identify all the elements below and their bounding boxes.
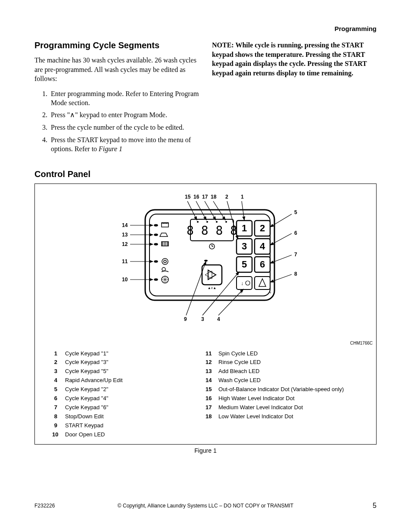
legend-number: 18 <box>206 413 218 420</box>
legend-text: Medium Water Level Indicator Dot <box>218 404 359 411</box>
svg-line-77 <box>270 255 292 263</box>
svg-point-4 <box>206 221 208 223</box>
svg-point-6 <box>225 221 227 223</box>
legend-left-col: 1Cycle Keypad "1"2Cycle Keypad "3"3Cycle… <box>52 350 206 440</box>
svg-text:17: 17 <box>202 194 208 200</box>
legend-row: 17Medium Water Level Indicator Dot <box>206 404 359 411</box>
legend-text: Low Water Level Indicator Dot <box>218 413 359 420</box>
legend-text: Cycle Keypad "3" <box>65 359 206 366</box>
legend-number: 5 <box>52 386 65 393</box>
legend-text: Stop/Down Edit <box>65 413 206 420</box>
legend-row: 12Rinse Cycle LED <box>206 359 359 366</box>
figure-ref: Figure 1 <box>99 145 122 152</box>
svg-line-85 <box>218 289 243 315</box>
legend-number: 15 <box>206 386 218 393</box>
svg-text:8: 8 <box>294 271 297 277</box>
svg-text:6: 6 <box>260 259 265 270</box>
legend-number: 12 <box>206 359 218 366</box>
legend: 1Cycle Keypad "1"2Cycle Keypad "3"3Cycle… <box>52 350 359 440</box>
svg-point-43 <box>154 261 158 262</box>
svg-text:9: 9 <box>184 316 187 322</box>
svg-text:2: 2 <box>260 223 265 233</box>
legend-number: 14 <box>206 377 218 384</box>
keypad-group: 1 2 3 4 5 6 <box>237 221 270 272</box>
svg-line-56 <box>213 201 225 220</box>
step-1: Enter programming mode. Refer to Enterin… <box>49 90 199 108</box>
legend-number: 1 <box>52 350 65 358</box>
control-panel-diagram: 8 8 8 8 1 2 3 4 5 6 <box>85 188 326 326</box>
intro-paragraph: The machine has 30 wash cycles available… <box>34 56 199 84</box>
svg-point-37 <box>154 243 158 245</box>
svg-point-45 <box>164 260 166 263</box>
legend-row: 14Wash Cycle LED <box>206 377 359 384</box>
svg-line-78 <box>270 274 292 282</box>
svg-text:1: 1 <box>241 194 244 200</box>
svg-point-46 <box>162 268 165 271</box>
svg-text:5: 5 <box>242 259 247 270</box>
figure-box: 8 8 8 8 1 2 3 4 5 6 <box>34 184 377 445</box>
note-text: NOTE: While cycle is running, pressing t… <box>212 40 377 78</box>
step-2: Press "∧" keypad to enter Program Mode. <box>49 111 199 120</box>
svg-text:2: 2 <box>225 194 228 200</box>
svg-text:12: 12 <box>122 241 128 247</box>
steps-list: Enter programming mode. Refer to Enterin… <box>34 90 199 154</box>
legend-row: 9START Keypad <box>52 422 206 429</box>
svg-line-54 <box>196 201 206 220</box>
control-panel-title: Control Panel <box>34 169 377 179</box>
legend-row: 15Out-of-Balance Indicator Dot (Variable… <box>206 386 359 393</box>
legend-number: 2 <box>52 359 65 366</box>
legend-number: 6 <box>52 395 65 402</box>
svg-line-76 <box>270 233 292 245</box>
svg-text:3: 3 <box>201 316 204 322</box>
svg-text:3: 3 <box>242 241 247 252</box>
legend-right-col: 11Spin Cycle LED12Rinse Cycle LED13Add B… <box>206 350 359 440</box>
legend-text: Cycle Keypad "4" <box>65 395 206 402</box>
legend-text: Cycle Keypad "6" <box>65 404 206 411</box>
legend-number: 13 <box>206 368 218 375</box>
svg-point-44 <box>162 258 168 264</box>
svg-point-34 <box>154 224 158 226</box>
intro-text: The machine has 30 wash cycles available… <box>34 56 199 84</box>
svg-text:16: 16 <box>193 194 199 200</box>
svg-line-55 <box>205 201 216 220</box>
svg-line-83 <box>186 261 206 315</box>
legend-text: Cycle Keypad "2" <box>65 386 206 393</box>
svg-text:6: 6 <box>294 230 297 236</box>
svg-point-33 <box>204 260 208 261</box>
display-digits: 8 8 8 8 <box>187 224 237 238</box>
legend-row: 2Cycle Keypad "3" <box>52 359 206 366</box>
legend-text: Cycle Keypad "1" <box>65 350 206 358</box>
svg-marker-27 <box>259 279 266 286</box>
legend-number: 11 <box>206 350 218 358</box>
svg-text:18: 18 <box>211 194 217 200</box>
step-4: Press the START keypad to move into the … <box>49 136 199 154</box>
legend-number: 9 <box>52 422 65 429</box>
legend-row: 6Cycle Keypad "4" <box>52 395 206 402</box>
footer-left: F232226 <box>34 503 55 509</box>
legend-text: START Keypad <box>65 422 206 429</box>
legend-row: 11Spin Cycle LED <box>206 350 359 358</box>
programming-title: Programming Cycle Segments <box>34 40 199 50</box>
figure-caption: Figure 1 <box>34 447 377 454</box>
svg-point-3 <box>197 221 199 223</box>
legend-row: 13Add Bleach LED <box>206 368 359 375</box>
legend-number: 16 <box>206 395 218 402</box>
legend-text: Wash Cycle LED <box>218 377 359 384</box>
svg-text:∨: ∨ <box>269 291 271 294</box>
svg-text:15: 15 <box>185 194 191 200</box>
legend-text: High Water Level Indicator Dot <box>218 395 359 402</box>
legend-text: Add Bleach LED <box>218 368 359 375</box>
svg-text:↓: ↓ <box>241 280 243 286</box>
svg-point-36 <box>154 234 158 236</box>
svg-point-5 <box>216 221 218 223</box>
section-label: Programming <box>334 25 377 32</box>
svg-line-58 <box>242 201 244 220</box>
legend-row: 16High Water Level Indicator Dot <box>206 395 359 402</box>
legend-row: 5Cycle Keypad "2" <box>52 386 206 393</box>
svg-text:4: 4 <box>217 316 220 322</box>
svg-text:11: 11 <box>122 258 128 264</box>
legend-number: 8 <box>52 413 65 420</box>
diagram-code: CHM1766C <box>350 341 373 345</box>
legend-row: 4Rapid Advance/Up Edit <box>52 377 206 384</box>
svg-text:14: 14 <box>122 222 128 228</box>
